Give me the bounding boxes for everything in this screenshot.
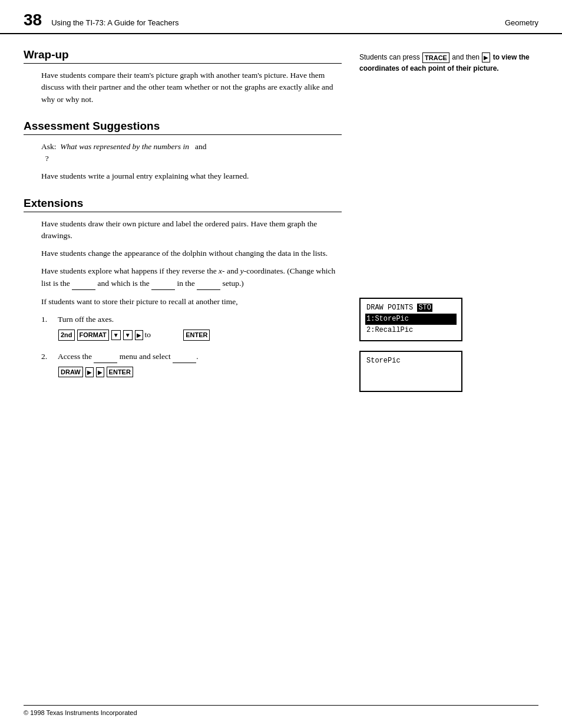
step2-num: 2. <box>41 351 53 380</box>
wrap-up-body: Have students compare their team's pictu… <box>24 70 342 106</box>
assessment-heading: Assessment Suggestions <box>24 120 342 135</box>
content-area: Wrap-up Have students compare their team… <box>0 34 562 401</box>
header-subject: Geometry <box>505 18 538 27</box>
steps-list: 1. Turn off the axes. 2nd FORMAT ▼ ▼ ▶ t… <box>41 314 342 380</box>
page-header: 38 Using the TI-73: A Guide for Teachers… <box>0 0 562 34</box>
footer-text: © 1998 Texas Instruments Incorporated <box>24 709 137 716</box>
key-format: FORMAT <box>77 330 109 341</box>
step2-keys: DRAW ▶ ▶ ENTER <box>58 367 342 378</box>
assessment-ask: Ask: What was represented by the numbers… <box>41 141 342 165</box>
key-enter2: ENTER <box>107 367 133 378</box>
side-column: Students can press TRACE and then ▶ to v… <box>353 34 538 401</box>
side-note-text2: and then <box>452 53 481 61</box>
step1-text: Turn off the axes. <box>58 314 342 325</box>
blank3 <box>197 278 220 290</box>
ask-and: and <box>195 142 207 151</box>
ext-para4: If students want to store their picture … <box>41 296 342 308</box>
header-title: Using the TI-73: A Guide for Teachers <box>51 18 178 27</box>
key-right3: ▶ <box>96 367 104 377</box>
ext-para3: Have students explore what happens if th… <box>41 265 342 290</box>
key-down2: ▼ <box>123 330 133 340</box>
extensions-heading: Extensions <box>24 197 342 212</box>
x-coord: x <box>219 266 222 275</box>
ext-para1: Have students draw their own picture and… <box>41 218 342 242</box>
blank-menu-name <box>94 351 117 363</box>
screen1: DRAW POINTS STO 1:StorePic 2:RecallPic <box>359 298 462 341</box>
main-column: Wrap-up Have students compare their team… <box>24 34 353 401</box>
key-right1: ▶ <box>135 330 143 340</box>
key-enter1: ENTER <box>183 330 210 341</box>
key-down1: ▼ <box>111 330 121 340</box>
blank-to <box>152 329 181 341</box>
step1-to: to <box>145 329 151 341</box>
ask-q: ? <box>45 154 49 163</box>
step-1: 1. Turn off the axes. 2nd FORMAT ▼ ▼ ▶ t… <box>41 314 342 344</box>
page-number: 38 <box>24 11 42 29</box>
ask-italic: What was represented by the numbers in <box>60 142 189 151</box>
blank1 <box>72 278 95 290</box>
ext-para2: Have students change the appearance of t… <box>41 248 342 259</box>
page-footer: © 1998 Texas Instruments Incorporated <box>24 705 538 716</box>
screen1-line1: DRAW POINTS STO <box>365 302 457 314</box>
screens-area: DRAW POINTS STO 1:StorePic 2:RecallPic S… <box>359 298 538 392</box>
assessment-section: Assessment Suggestions Ask: What was rep… <box>24 120 342 183</box>
step1-num: 1. <box>41 314 53 344</box>
screen1-line2: 1:StorePic <box>365 314 457 325</box>
screen1-line3: 2:RecallPic <box>365 325 457 336</box>
y-coord: y <box>240 266 244 275</box>
key-right-note: ▶ <box>482 52 490 62</box>
screen2: StorePic <box>359 351 462 392</box>
side-note: Students can press TRACE and then ▶ to v… <box>359 52 538 74</box>
step2-text: Access the menu and select . <box>58 351 342 363</box>
extensions-section: Extensions Have students draw their own … <box>24 197 342 380</box>
blank-select <box>173 351 196 363</box>
screen1-sto: STO <box>417 304 432 312</box>
key-trace-note: TRACE <box>422 52 449 64</box>
ask-label: Ask: <box>41 142 57 151</box>
key-2nd: 2nd <box>58 330 75 341</box>
assessment-body: Ask: What was represented by the numbers… <box>24 141 342 183</box>
blank2 <box>151 278 175 290</box>
wrap-up-section: Wrap-up Have students compare their team… <box>24 48 342 106</box>
extensions-body: Have students draw their own picture and… <box>24 218 342 380</box>
side-note-text1: Students can press <box>359 53 422 61</box>
screen2-line1: StorePic <box>365 355 457 367</box>
page: 38 Using the TI-73: A Guide for Teachers… <box>0 0 562 728</box>
key-draw: DRAW <box>58 367 83 378</box>
step1-content: Turn off the axes. 2nd FORMAT ▼ ▼ ▶ to <box>58 314 342 344</box>
wrap-up-text: Have students compare their team's pictu… <box>41 70 342 106</box>
assessment-journal: Have students write a journal entry expl… <box>41 170 342 182</box>
step2-content: Access the menu and select . DRAW ▶ ▶ EN… <box>58 351 342 380</box>
step1-keys: 2nd FORMAT ▼ ▼ ▶ to ENTER <box>58 329 342 341</box>
wrap-up-heading: Wrap-up <box>24 48 342 64</box>
step-2: 2. Access the menu and select . DRAW ▶ ▶ <box>41 351 342 380</box>
header-left: 38 Using the TI-73: A Guide for Teachers <box>24 11 178 29</box>
key-right2: ▶ <box>85 367 94 377</box>
